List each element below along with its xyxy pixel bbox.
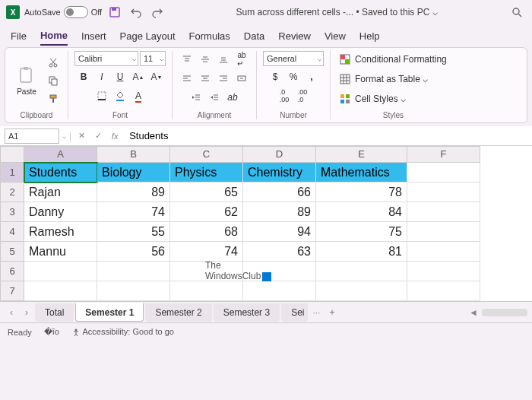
accessibility-status[interactable]: Accessibility: Good to go <box>71 327 174 337</box>
cell-F4[interactable] <box>407 222 480 242</box>
search-button[interactable] <box>508 3 526 21</box>
cell-E6[interactable] <box>316 262 407 281</box>
cell-E1[interactable]: Mathematics <box>316 163 407 183</box>
cell-A6[interactable] <box>24 262 97 281</box>
cell-F2[interactable] <box>407 183 480 202</box>
cell-C2[interactable]: 65 <box>170 183 243 202</box>
sheet-nav-next[interactable]: › <box>20 307 33 318</box>
tab-file[interactable]: File <box>11 27 27 45</box>
enter-formula-button[interactable]: ✓ <box>91 129 105 143</box>
conditional-formatting-button[interactable]: Conditional Formatting <box>337 51 450 68</box>
underline-button[interactable]: U <box>112 68 128 85</box>
decrease-indent-button[interactable] <box>188 89 204 106</box>
cell-B4[interactable]: 55 <box>97 222 170 242</box>
cancel-formula-button[interactable]: ✕ <box>74 129 88 143</box>
align-right-button[interactable] <box>215 70 232 87</box>
number-format-combo[interactable]: General <box>263 51 324 66</box>
copy-button[interactable] <box>45 72 62 89</box>
cell-F6[interactable] <box>407 262 480 281</box>
hscroll-track[interactable] <box>482 309 527 316</box>
insert-function-button[interactable]: fx <box>108 129 122 143</box>
row-header-2[interactable]: 2 <box>0 183 24 202</box>
row-header-7[interactable]: 7 <box>0 281 24 301</box>
orientation-button[interactable]: ab <box>224 89 241 106</box>
paste-button[interactable]: Paste <box>11 63 42 99</box>
cell-D5[interactable]: 63 <box>243 242 316 262</box>
sheet-tab-semester1[interactable]: Semester 1 <box>75 303 144 322</box>
cell-B7[interactable] <box>97 281 170 301</box>
tab-page-layout[interactable]: Page Layout <box>120 27 176 45</box>
cell-D4[interactable]: 94 <box>243 222 316 242</box>
cell-A3[interactable]: Danny <box>24 202 97 222</box>
tab-formulas[interactable]: Formulas <box>189 27 230 45</box>
tab-review[interactable]: Review <box>278 27 311 45</box>
row-header-6[interactable]: 6 <box>0 262 24 281</box>
col-header-C[interactable]: C <box>170 146 243 163</box>
decrease-font-button[interactable]: A▼ <box>148 68 165 85</box>
format-painter-button[interactable] <box>45 90 62 107</box>
cell-F5[interactable] <box>407 242 480 262</box>
align-top-button[interactable] <box>179 51 195 68</box>
fill-color-button[interactable] <box>112 87 128 104</box>
cell-F7[interactable] <box>407 281 480 301</box>
merge-button[interactable] <box>233 70 250 87</box>
sheet-tab-semester2[interactable]: Semester 2 <box>145 303 211 322</box>
cell-D7[interactable] <box>243 281 316 301</box>
align-center-button[interactable] <box>197 70 214 87</box>
tab-view[interactable]: View <box>325 27 346 45</box>
cell-B6[interactable] <box>97 262 170 281</box>
font-size-combo[interactable]: 11 <box>140 51 166 66</box>
cell-D3[interactable]: 89 <box>243 202 316 222</box>
cell-C3[interactable]: 62 <box>170 202 243 222</box>
cell-E3[interactable]: 84 <box>316 202 407 222</box>
increase-font-button[interactable]: A▲ <box>130 68 147 85</box>
cell-D2[interactable]: 66 <box>243 183 316 202</box>
cell-A2[interactable]: Rajan <box>24 183 97 202</box>
tab-insert[interactable]: Insert <box>81 27 106 45</box>
currency-button[interactable]: $ <box>267 68 283 85</box>
document-title[interactable]: Sum across different cells -... • Saved … <box>170 7 503 17</box>
cell-D6[interactable] <box>243 262 316 281</box>
toggle-switch-icon[interactable] <box>64 6 88 18</box>
row-header-5[interactable]: 5 <box>0 242 24 262</box>
cell-B5[interactable]: 56 <box>97 242 170 262</box>
sheet-overflow-button[interactable]: ··· <box>309 307 323 318</box>
format-as-table-button[interactable]: Format as Table ⌵ <box>337 71 431 87</box>
col-header-D[interactable]: D <box>243 146 316 163</box>
cell-styles-button[interactable]: Cell Styles ⌵ <box>337 90 409 107</box>
font-color-button[interactable]: A <box>130 87 147 104</box>
cell-C7[interactable] <box>170 281 243 301</box>
decrease-decimal-button[interactable]: .00.0 <box>294 87 311 104</box>
wrap-text-button[interactable]: ab↵ <box>233 51 250 68</box>
increase-decimal-button[interactable]: .0.00 <box>276 87 293 104</box>
add-sheet-button[interactable]: ＋ <box>325 306 340 319</box>
sheet-tab-partial[interactable]: Sei <box>281 303 308 322</box>
sheet-tab-total[interactable]: Total <box>35 303 74 322</box>
cell-A5[interactable]: Mannu <box>24 242 97 262</box>
cell-B3[interactable]: 74 <box>97 202 170 222</box>
autosave-toggle[interactable]: AutoSave Off <box>24 6 102 18</box>
col-header-B[interactable]: B <box>97 146 170 163</box>
undo-button[interactable] <box>128 4 144 21</box>
cell-C4[interactable]: 68 <box>170 222 243 242</box>
cell-B2[interactable]: 89 <box>97 183 170 202</box>
font-name-combo[interactable]: Calibri <box>74 51 138 66</box>
hscroll-left[interactable]: ◄ <box>467 307 480 318</box>
tab-help[interactable]: Help <box>359 27 380 45</box>
cut-button[interactable] <box>45 54 62 71</box>
name-box[interactable]: A1 <box>5 129 59 144</box>
cell-F3[interactable] <box>407 202 480 222</box>
cell-A1[interactable]: Students <box>24 163 97 183</box>
cell-C1[interactable]: Physics <box>170 163 243 183</box>
col-header-A[interactable]: A <box>24 146 97 163</box>
bold-button[interactable]: B <box>75 68 92 85</box>
italic-button[interactable]: I <box>93 68 110 85</box>
align-middle-button[interactable] <box>197 51 214 68</box>
sheet-tab-semester3[interactable]: Semester 3 <box>214 303 280 322</box>
cell-C5[interactable]: 74 <box>170 242 243 262</box>
formula-input[interactable] <box>125 129 527 144</box>
row-header-4[interactable]: 4 <box>0 222 24 242</box>
cell-A4[interactable]: Ramesh <box>24 222 97 242</box>
worksheet-grid[interactable]: A B C D E F 1 Students Biology Physics C… <box>0 146 532 301</box>
col-header-F[interactable]: F <box>407 146 480 163</box>
